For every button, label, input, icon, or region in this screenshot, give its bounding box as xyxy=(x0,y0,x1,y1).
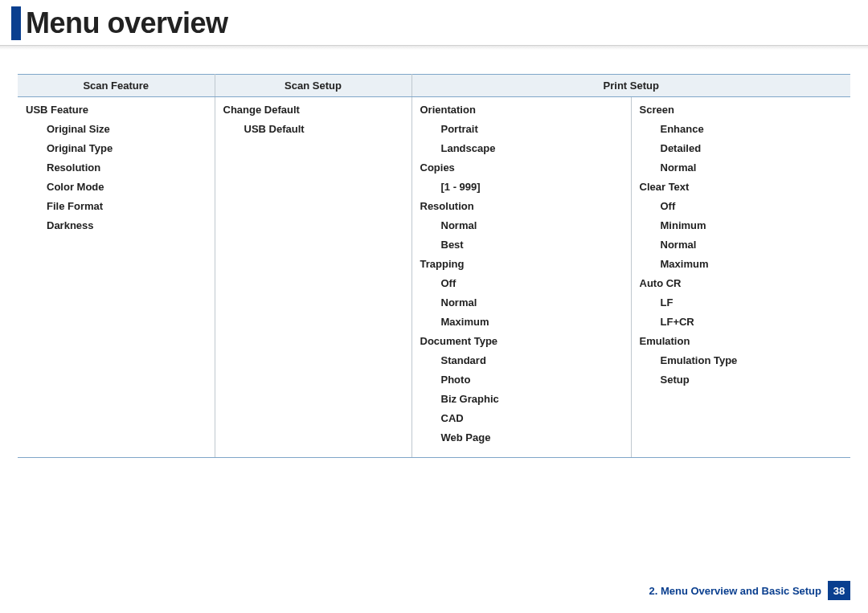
cell-print-setup-a: Orientation Portrait Landscape Copies [1… xyxy=(411,97,631,458)
item-ct-off: Off xyxy=(661,200,843,212)
item-res-normal: Normal xyxy=(441,219,623,231)
item-darkness: Darkness xyxy=(47,219,207,231)
item-original-type: Original Type xyxy=(47,142,207,154)
table-body-row: USB Feature Original Size Original Type … xyxy=(18,97,850,458)
item-lf: LF xyxy=(661,296,843,309)
item-copies: Copies xyxy=(420,161,623,174)
item-landscape: Landscape xyxy=(441,142,623,154)
page-title: Menu overview xyxy=(26,6,228,40)
item-em-type: Emulation Type xyxy=(661,354,843,366)
item-trapping: Trapping xyxy=(420,258,623,270)
table-header-row: Scan Feature Scan Setup Print Setup xyxy=(18,75,850,97)
item-detailed: Detailed xyxy=(661,142,843,154)
item-color-mode: Color Mode xyxy=(47,181,207,193)
item-screen: Screen xyxy=(640,104,843,116)
menu-table-wrap: Scan Feature Scan Setup Print Setup USB … xyxy=(18,74,850,458)
item-copies-range: [1 - 999] xyxy=(441,181,623,193)
item-file-format: File Format xyxy=(47,200,207,212)
item-clear-text: Clear Text xyxy=(640,181,843,193)
item-document-type: Document Type xyxy=(420,335,623,347)
item-enhance: Enhance xyxy=(661,123,843,135)
item-orientation: Orientation xyxy=(420,104,623,116)
item-dt-biz: Biz Graphic xyxy=(441,393,623,405)
header-print-setup: Print Setup xyxy=(411,75,850,97)
item-screen-normal: Normal xyxy=(661,161,843,174)
item-auto-cr: Auto CR xyxy=(640,277,843,289)
item-ct-min: Minimum xyxy=(661,219,843,231)
item-usb-feature: USB Feature xyxy=(26,104,207,116)
item-ct-normal: Normal xyxy=(661,239,843,251)
page-footer: 2. Menu Overview and Basic Setup 38 xyxy=(649,581,850,600)
footer-section-title: 2. Menu Overview and Basic Setup xyxy=(649,585,821,597)
cell-scan-feature: USB Feature Original Size Original Type … xyxy=(18,97,215,458)
item-trap-normal: Normal xyxy=(441,296,623,309)
item-ct-max: Maximum xyxy=(661,258,843,270)
item-dt-web: Web Page xyxy=(441,431,623,443)
footer-page-number: 38 xyxy=(828,581,850,600)
item-portrait: Portrait xyxy=(441,123,623,135)
item-dt-cad: CAD xyxy=(441,412,623,424)
item-dt-photo: Photo xyxy=(441,374,623,386)
item-original-size: Original Size xyxy=(47,123,207,135)
page-header: Menu overview xyxy=(0,0,868,40)
item-usb-default: USB Default xyxy=(244,123,403,135)
item-trap-off: Off xyxy=(441,277,623,289)
item-trap-max: Maximum xyxy=(441,316,623,328)
menu-table: Scan Feature Scan Setup Print Setup USB … xyxy=(18,74,850,458)
cell-print-setup-b: Screen Enhance Detailed Normal Clear Tex… xyxy=(631,97,850,458)
item-em-setup: Setup xyxy=(661,374,843,386)
item-lfcr: LF+CR xyxy=(661,316,843,328)
header-accent-bar xyxy=(11,6,21,40)
header-scan-setup: Scan Setup xyxy=(215,75,411,97)
item-change-default: Change Default xyxy=(223,104,403,116)
cell-scan-setup: Change Default USB Default xyxy=(215,97,411,458)
item-dt-standard: Standard xyxy=(441,354,623,366)
title-underline xyxy=(0,45,868,50)
item-resolution: Resolution xyxy=(47,161,207,174)
header-scan-feature: Scan Feature xyxy=(18,75,215,97)
item-res-best: Best xyxy=(441,239,623,251)
item-resolution: Resolution xyxy=(420,200,623,212)
item-emulation: Emulation xyxy=(640,335,843,347)
